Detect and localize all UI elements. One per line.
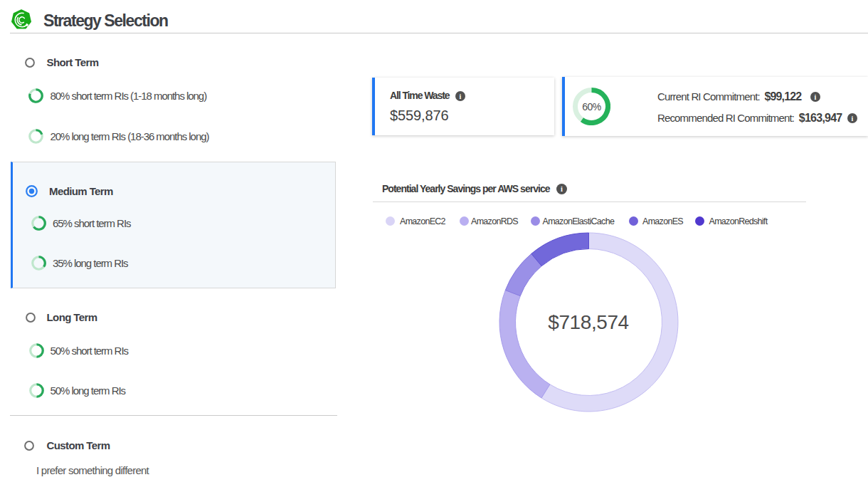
svg-text:i: i — [851, 115, 853, 122]
svg-text:i: i — [815, 93, 817, 101]
svg-text:i: i — [459, 92, 461, 100]
svg-text:i: i — [561, 185, 563, 193]
svg-text:60%: 60% — [582, 101, 601, 112]
